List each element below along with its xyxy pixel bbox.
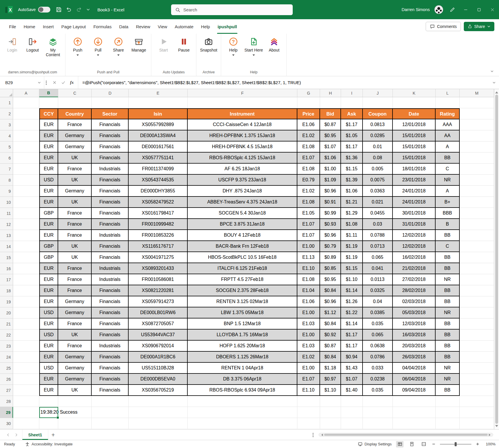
cell-F27[interactable]: RBOS-RBOSplc 6.934 09Apr18 [188,385,297,396]
horizontal-scrollbar[interactable] [319,433,493,437]
cell-C5[interactable]: Germany [58,141,92,153]
cell-E25[interactable]: US515110BJ28 [129,363,188,374]
cell-F4[interactable]: HREH-DPFBNK 1.375 15Jan18 [188,130,297,141]
cell-D28[interactable] [92,396,129,407]
row-header-20[interactable]: 20 [0,307,13,318]
cell-H30[interactable] [320,418,341,429]
cell-B17[interactable]: EUR [39,274,58,285]
cell-I22[interactable]: $1.17 [341,330,363,341]
cell-G14[interactable]: E1.00 [297,241,320,252]
horizontal-scrollbar-thumb[interactable] [324,434,488,436]
column-header-M[interactable]: M [460,89,494,97]
cell-L16[interactable]: BB [436,263,460,274]
cell-F23[interactable]: HOFP 1.625 20Mar18 [188,341,297,352]
cell-L21[interactable]: BB [436,318,460,330]
cell-J16[interactable]: 0.041 [363,263,393,274]
cell-K13[interactable]: 12/02/2018 [393,230,436,241]
start-button[interactable]: Start [154,34,173,68]
cell-J21[interactable]: 0.035 [363,318,393,330]
cell-M23[interactable] [460,341,494,352]
column-header-K[interactable]: K [393,89,436,97]
add-sheet-button[interactable]: + [48,430,58,440]
cell-J8[interactable]: 0.0075 [363,175,393,186]
scroll-right-icon[interactable] [489,434,492,436]
cell-M11[interactable] [460,208,494,219]
cell-H12[interactable]: $0.93 [320,219,341,230]
cell-D27[interactable]: Financials [92,385,129,396]
cell-M25[interactable] [460,363,494,374]
cell-G18[interactable]: E1.04 [297,285,320,296]
cell-H25[interactable]: $1.18 [320,363,341,374]
cell-I4[interactable]: $1.05 [341,130,363,141]
cell-I16[interactable]: $1.15 [341,263,363,274]
cell-C21[interactable]: France [58,318,92,330]
cell-D24[interactable]: Financials [92,352,129,363]
cell-F15[interactable]: HBOS-ScotBkPLC 10.5 16Feb18 [188,252,297,263]
cell-G2[interactable]: Price [297,108,320,119]
cell-C14[interactable]: UK [58,241,92,252]
cell-K18[interactable]: 28/02/2018 [393,285,436,296]
snapshot-button[interactable]: Snapshot [199,34,219,68]
cell-E28[interactable] [129,396,188,407]
cell-H21[interactable]: $0.84 [320,318,341,330]
excel-logo-icon[interactable]: X [5,5,13,14]
cell-C13[interactable]: France [58,230,92,241]
cell-B2[interactable]: CCY [39,108,58,119]
cell-K1[interactable] [393,97,436,108]
cell-G10[interactable]: E1.08 [297,197,320,208]
cell-A1[interactable] [13,97,39,108]
row-header-30[interactable]: 30 [0,418,13,429]
cell-C27[interactable]: UK [58,385,92,396]
cell-K20[interactable]: 05/03/2018 [393,307,436,318]
cell-I25[interactable]: $1.43 [341,363,363,374]
cell-F13[interactable]: BOUY 4 12Feb18 [188,230,297,241]
column-header-A[interactable]: A [13,89,39,97]
name-box-chevron-icon[interactable] [38,81,41,84]
cell-L15[interactable]: BB [436,252,460,263]
name-box[interactable]: B29 [0,76,44,89]
save-icon[interactable] [56,6,62,13]
cell-K19[interactable]: 02/03/2018 [393,296,436,307]
cell-M30[interactable] [460,418,494,429]
zoom-out-button[interactable] [432,442,436,446]
row-header-17[interactable]: 17 [0,274,13,285]
cell-I23[interactable]: $1.17 [341,341,363,352]
menu-tab-data[interactable]: Data [115,19,132,34]
undo-icon[interactable] [66,7,72,13]
cell-H17[interactable]: $0.95 [320,274,341,285]
menu-tab-automate[interactable]: Automate [171,19,197,34]
display-settings-button[interactable]: Display Settings [358,442,392,447]
cell-G13[interactable]: E1.07 [297,230,320,241]
cell-H13[interactable]: $0.96 [320,230,341,241]
cell-C9[interactable]: Germany [58,186,92,197]
cell-A20[interactable] [13,307,39,318]
avatar[interactable] [434,5,443,14]
row-header-18[interactable]: 18 [0,285,13,296]
column-header-E[interactable]: E [129,89,188,97]
cell-D23[interactable]: Industrials [92,341,129,352]
row-header-25[interactable]: 25 [0,363,13,374]
cell-C26[interactable]: Germany [58,374,92,385]
cell-H9[interactable]: $0.96 [320,186,341,197]
cell-L23[interactable]: BB [436,341,460,352]
pull-button[interactable]: Pull [88,34,108,68]
cell-F20[interactable]: LBW 1.375 05Mar18 [188,307,297,318]
row-header-26[interactable]: 26 [0,374,13,385]
cell-D9[interactable]: Financials [92,186,129,197]
cell-J3[interactable]: 0.0813 [363,119,393,130]
cell-L12[interactable]: B [436,219,460,230]
cell-G5[interactable]: E1.08 [297,141,320,153]
about-button[interactable]: About [264,34,284,68]
cell-B23[interactable]: EUR [39,341,58,352]
cell-C22[interactable]: UK [58,330,92,341]
cell-M21[interactable] [460,318,494,330]
cell-G20[interactable]: E1.00 [297,307,320,318]
column-header-C[interactable]: C [58,89,92,97]
cell-M24[interactable] [460,352,494,363]
cell-K16[interactable]: 21/02/2018 [393,263,436,274]
cell-C23[interactable]: France [58,341,92,352]
cell-K9[interactable]: 24/01/2018 [393,186,436,197]
cell-C30[interactable] [58,418,92,429]
cell-E10[interactable]: XS0582479522 [129,197,188,208]
cell-H7[interactable]: $1.00 [320,164,341,175]
